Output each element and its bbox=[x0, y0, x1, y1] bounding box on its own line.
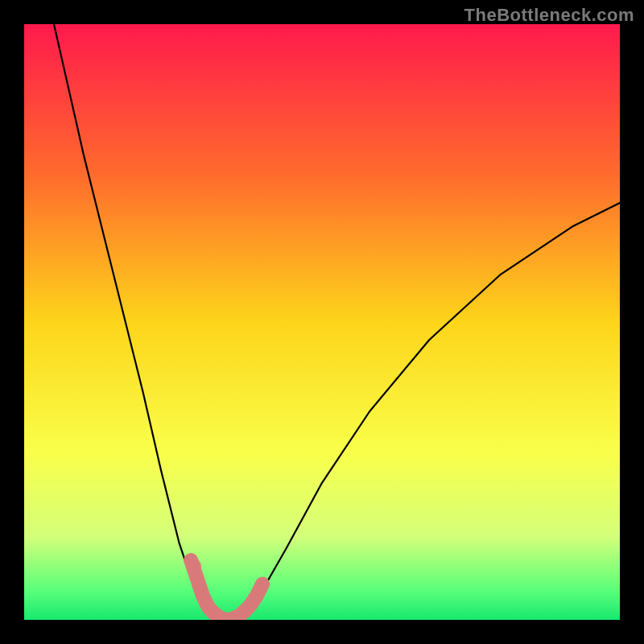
chart-frame: TheBottleneck.com bbox=[0, 0, 644, 644]
marker-layer bbox=[187, 559, 201, 573]
plot-area bbox=[24, 24, 620, 620]
highlight-dot-left bbox=[187, 559, 201, 573]
background-rect bbox=[24, 24, 620, 620]
chart-svg bbox=[24, 24, 620, 620]
watermark-text: TheBottleneck.com bbox=[464, 5, 634, 26]
